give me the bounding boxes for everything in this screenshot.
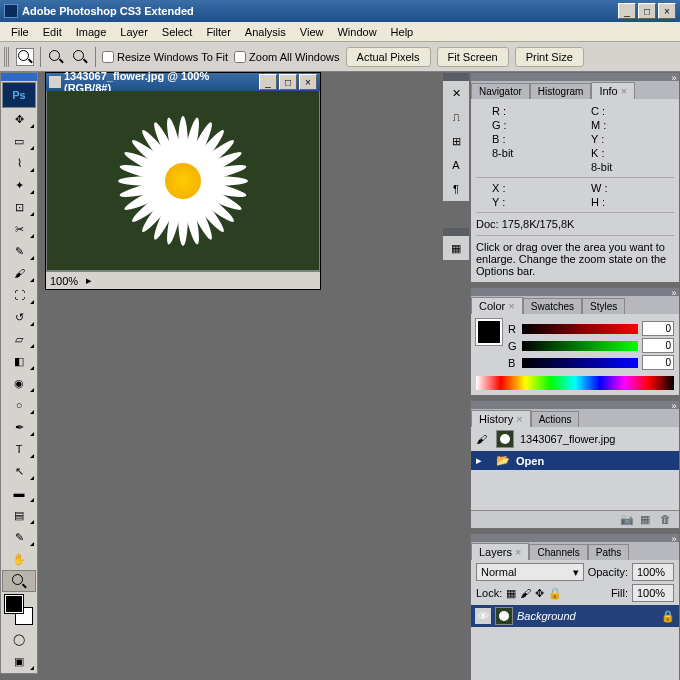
canvas[interactable]: [46, 91, 320, 271]
history-brush-tool[interactable]: ↺: [2, 306, 36, 328]
panel-menu-icon[interactable]: »: [669, 73, 679, 81]
menu-image[interactable]: Image: [69, 24, 114, 40]
panel-menu-icon[interactable]: »: [669, 534, 679, 542]
zoom-in-icon[interactable]: [47, 48, 65, 66]
menu-window[interactable]: Window: [330, 24, 383, 40]
tab-styles[interactable]: Styles: [582, 298, 625, 314]
wand-tool[interactable]: ✦: [2, 174, 36, 196]
strip-icon-5[interactable]: ¶: [443, 177, 469, 201]
hand-tool[interactable]: ✋: [2, 548, 36, 570]
fill-input[interactable]: 100%: [632, 584, 674, 602]
b-input[interactable]: [642, 355, 674, 370]
ps-logo-tool[interactable]: Ps: [2, 82, 36, 108]
marquee-tool[interactable]: ▭: [2, 130, 36, 152]
strip-icon-4[interactable]: A: [443, 153, 469, 177]
trash-icon[interactable]: 🗑: [660, 513, 674, 527]
spectrum-bar[interactable]: [476, 376, 674, 390]
quickmask-tool[interactable]: ◯: [2, 628, 36, 650]
eraser-tool[interactable]: ▱: [2, 328, 36, 350]
shape-tool[interactable]: ▬: [2, 482, 36, 504]
new-snapshot-icon[interactable]: 📷: [620, 513, 634, 527]
tab-histogram[interactable]: Histogram: [530, 83, 592, 99]
tab-history[interactable]: History×: [471, 410, 531, 427]
menu-file[interactable]: File: [4, 24, 36, 40]
panel-menu-icon[interactable]: »: [669, 401, 679, 409]
zoom-tool[interactable]: [2, 570, 36, 592]
zoom-all-checkbox[interactable]: Zoom All Windows: [234, 51, 339, 63]
pen-tool[interactable]: ✒: [2, 416, 36, 438]
b-slider[interactable]: [522, 358, 638, 368]
new-state-icon[interactable]: ▦: [640, 513, 654, 527]
move-tool[interactable]: ✥: [2, 108, 36, 130]
actual-pixels-button[interactable]: Actual Pixels: [346, 47, 431, 67]
maximize-button[interactable]: □: [638, 3, 656, 19]
doc-maximize-button[interactable]: □: [279, 74, 297, 90]
tab-channels[interactable]: Channels: [529, 544, 587, 560]
doc-minimize-button[interactable]: _: [259, 74, 277, 90]
menu-select[interactable]: Select: [155, 24, 200, 40]
gradient-tool[interactable]: ◧: [2, 350, 36, 372]
menu-view[interactable]: View: [293, 24, 331, 40]
screenmode-tool[interactable]: ▣: [2, 650, 36, 672]
layer-background[interactable]: 👁 Background 🔒: [471, 605, 679, 627]
opacity-input[interactable]: 100%: [632, 563, 674, 581]
tab-color[interactable]: Color×: [471, 297, 523, 314]
doc-info-icon[interactable]: ▸: [86, 274, 92, 287]
strip-icon-1[interactable]: ✕: [443, 81, 469, 105]
fit-screen-button[interactable]: Fit Screen: [437, 47, 509, 67]
eyedropper-tool[interactable]: ✎: [2, 526, 36, 548]
zoom-level[interactable]: 100%: [50, 275, 78, 287]
menu-help[interactable]: Help: [384, 24, 421, 40]
grip-icon[interactable]: [4, 47, 10, 67]
close-icon[interactable]: ×: [515, 546, 521, 558]
doc-close-button[interactable]: ×: [299, 74, 317, 90]
r-slider[interactable]: [522, 324, 638, 334]
print-size-button[interactable]: Print Size: [515, 47, 584, 67]
current-tool-icon[interactable]: [16, 48, 34, 66]
strip-icon-2[interactable]: ⎍: [443, 105, 469, 129]
stamp-tool[interactable]: ⛶: [2, 284, 36, 306]
close-button[interactable]: ×: [658, 3, 676, 19]
panel-handle[interactable]: [1, 73, 37, 81]
menu-filter[interactable]: Filter: [199, 24, 237, 40]
path-tool[interactable]: ↖: [2, 460, 36, 482]
panel-menu-icon[interactable]: »: [669, 288, 679, 296]
crop-tool[interactable]: ⊡: [2, 196, 36, 218]
lock-all-icon[interactable]: 🔒: [548, 587, 562, 600]
slice-tool[interactable]: ✂: [2, 218, 36, 240]
tab-layers[interactable]: Layers×: [471, 543, 529, 560]
lock-transparent-icon[interactable]: ▦: [506, 587, 516, 600]
lock-move-icon[interactable]: ✥: [535, 587, 544, 600]
r-input[interactable]: [642, 321, 674, 336]
type-tool[interactable]: T: [2, 438, 36, 460]
lock-paint-icon[interactable]: 🖌: [520, 587, 531, 599]
minimize-button[interactable]: _: [618, 3, 636, 19]
history-state-open[interactable]: ▸ 📂 Open: [471, 451, 679, 470]
dodge-tool[interactable]: ○: [2, 394, 36, 416]
brush-tool[interactable]: 🖌: [2, 262, 36, 284]
g-input[interactable]: [642, 338, 674, 353]
visibility-icon[interactable]: 👁: [475, 608, 491, 624]
menu-layer[interactable]: Layer: [113, 24, 155, 40]
resize-windows-checkbox[interactable]: Resize Windows To Fit: [102, 51, 228, 63]
strip-icon-6[interactable]: ▦: [443, 236, 469, 260]
strip-icon-3[interactable]: ⊞: [443, 129, 469, 153]
zoom-out-icon[interactable]: [71, 48, 89, 66]
tab-navigator[interactable]: Navigator: [471, 83, 530, 99]
notes-tool[interactable]: ▤: [2, 504, 36, 526]
history-snapshot[interactable]: 🖌 1343067_flower.jpg: [471, 427, 679, 451]
blur-tool[interactable]: ◉: [2, 372, 36, 394]
tab-info[interactable]: Info×: [591, 82, 635, 99]
tab-actions[interactable]: Actions: [531, 411, 580, 427]
menu-analysis[interactable]: Analysis: [238, 24, 293, 40]
tab-swatches[interactable]: Swatches: [523, 298, 582, 314]
tab-paths[interactable]: Paths: [588, 544, 630, 560]
menu-edit[interactable]: Edit: [36, 24, 69, 40]
lasso-tool[interactable]: ⌇: [2, 152, 36, 174]
g-slider[interactable]: [522, 341, 638, 351]
foreground-swatch[interactable]: [476, 319, 502, 345]
color-swatch[interactable]: [5, 595, 33, 625]
healing-tool[interactable]: ✎: [2, 240, 36, 262]
close-icon[interactable]: ×: [516, 413, 522, 425]
blend-mode-select[interactable]: Normal▾: [476, 563, 584, 581]
